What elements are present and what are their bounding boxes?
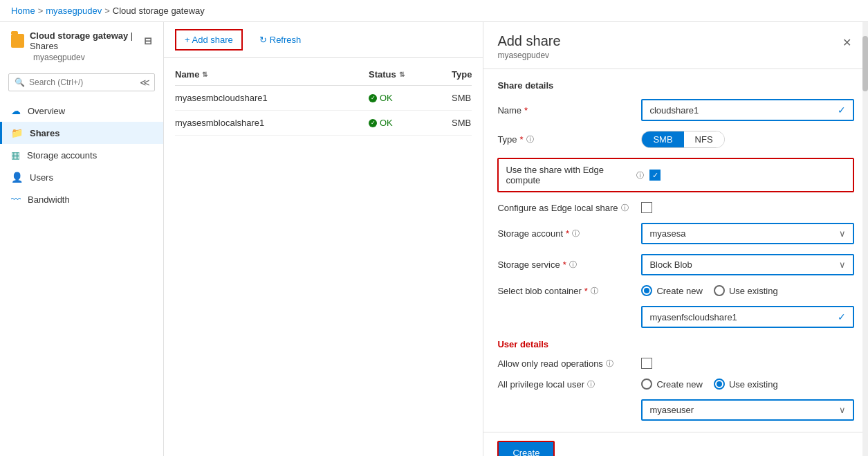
service-info-icon: ⓘ bbox=[569, 259, 577, 270]
create-button[interactable]: Create bbox=[497, 441, 555, 456]
blob-create-new-option[interactable]: Create new bbox=[641, 285, 702, 296]
type-toggle: SMB NFS bbox=[641, 131, 724, 148]
scrollbar-thumb[interactable] bbox=[862, 36, 868, 91]
allow-read-checkbox[interactable] bbox=[641, 358, 652, 369]
use-share-info-icon: ⓘ bbox=[636, 170, 644, 181]
add-share-button[interactable]: + Add share bbox=[175, 29, 243, 51]
sidebar-label-bandwidth: Bandwidth bbox=[28, 194, 70, 205]
privilege-create-new-option[interactable]: Create new bbox=[641, 379, 702, 390]
blob-value-row: myasenfscloudshare1 ✓ bbox=[641, 306, 854, 328]
configure-edge-checkbox[interactable] bbox=[641, 202, 652, 213]
storage-service-value: Block Blob bbox=[649, 259, 692, 270]
blob-use-existing-radio[interactable] bbox=[714, 285, 725, 296]
sidebar-search-container: 🔍 ≪ bbox=[8, 73, 155, 91]
type-field-row: Type * ⓘ SMB NFS bbox=[497, 131, 854, 148]
sidebar-item-users[interactable]: 👤 Users bbox=[0, 166, 163, 188]
privilege-info-icon: ⓘ bbox=[587, 379, 595, 390]
sidebar-label-storage: Storage accounts bbox=[27, 150, 97, 161]
search-input[interactable] bbox=[29, 77, 133, 87]
storage-service-dropdown[interactable]: Block Blob ∨ bbox=[641, 254, 854, 275]
storage-account-label: Storage account * ⓘ bbox=[497, 228, 636, 239]
breadcrumb-sep1: > bbox=[38, 6, 44, 16]
privilege-use-existing-radio[interactable] bbox=[714, 379, 725, 390]
refresh-button[interactable]: ↻ Refresh bbox=[251, 30, 310, 49]
type-label: Type * ⓘ bbox=[497, 134, 636, 145]
breadcrumb-home[interactable]: Home bbox=[11, 6, 35, 16]
panel-body: Share details Name * cloudshare1 ✓ Type bbox=[483, 69, 868, 432]
row2-status: ✓ OK bbox=[369, 118, 452, 128]
nfs-button[interactable]: NFS bbox=[684, 131, 724, 147]
blob-create-new-label: Create new bbox=[656, 286, 702, 296]
breadcrumb-resource[interactable]: myasegpudev bbox=[46, 6, 102, 16]
smb-button[interactable]: SMB bbox=[642, 131, 683, 147]
main-content: + Add share ↻ Refresh Name ⇅ Status ⇅ Ty… bbox=[164, 22, 483, 456]
sidebar-item-overview[interactable]: ☁ Overview bbox=[0, 100, 163, 122]
breadcrumb-sep2: > bbox=[104, 6, 110, 16]
toolbar: + Add share ↻ Refresh bbox=[164, 22, 483, 58]
name-check-icon: ✓ bbox=[838, 104, 846, 116]
refresh-icon: ↻ bbox=[259, 35, 267, 45]
storage-account-dropdown[interactable]: myasesa ∨ bbox=[641, 223, 854, 244]
bandwidth-icon: 〰 bbox=[11, 194, 21, 205]
service-dropdown-arrow-icon: ∨ bbox=[839, 259, 846, 270]
close-panel-button[interactable]: ✕ bbox=[840, 33, 854, 52]
table-row[interactable]: myasesmbcloudshare1 ✓ OK SMB bbox=[175, 86, 472, 111]
table-row[interactable]: myasesmblocalshare1 ✓ OK SMB bbox=[175, 111, 472, 136]
sidebar-item-shares[interactable]: 📁 Shares bbox=[0, 122, 163, 144]
privilege-create-new-label: Create new bbox=[656, 379, 702, 390]
privilege-use-existing-option[interactable]: Use existing bbox=[714, 379, 778, 390]
privilege-label: All privilege local user ⓘ bbox=[497, 379, 636, 390]
privilege-dropdown[interactable]: myaseuser ∨ bbox=[641, 399, 854, 421]
col-header-status: Status ⇅ bbox=[369, 69, 452, 80]
sidebar: Cloud storage gateway | Shares ⊟ myasegp… bbox=[0, 22, 164, 456]
storage-account-wrapper: myasesa ∨ bbox=[641, 223, 854, 244]
blob-create-new-radio-inner bbox=[644, 288, 649, 293]
privilege-use-existing-label: Use existing bbox=[729, 379, 778, 390]
panel-header: Add share myasegpudev ✕ bbox=[483, 22, 868, 69]
allow-read-label: Allow only read operations ⓘ bbox=[497, 358, 636, 369]
storage-required: * bbox=[566, 228, 569, 239]
use-share-checkbox[interactable]: ✓ bbox=[649, 170, 661, 181]
cloud-icon: ☁ bbox=[11, 105, 21, 116]
users-icon: 👤 bbox=[11, 172, 23, 183]
privilege-value: myaseuser bbox=[649, 405, 694, 415]
blob-container-input[interactable]: myasenfscloudshare1 ✓ bbox=[641, 306, 854, 328]
panel-footer: Create bbox=[483, 432, 868, 456]
privilege-create-new-radio[interactable] bbox=[641, 379, 652, 390]
row2-name: myasesmblocalshare1 bbox=[175, 118, 369, 128]
panel-title-group: Add share myasegpudev bbox=[497, 33, 560, 60]
name-value: cloudshare1 bbox=[649, 105, 699, 116]
name-required: * bbox=[524, 105, 528, 116]
blob-use-existing-label: Use existing bbox=[729, 286, 778, 296]
storage-icon: ▦ bbox=[11, 149, 20, 161]
sidebar-label-shares: Shares bbox=[30, 128, 59, 138]
storage-service-label: Storage service * ⓘ bbox=[497, 259, 636, 270]
blob-create-new-radio[interactable] bbox=[641, 285, 652, 296]
use-share-row: Use the share with Edge compute ⓘ ✓ bbox=[497, 158, 854, 192]
panel-title: Add share bbox=[497, 33, 560, 49]
name-input[interactable]: cloudshare1 ✓ bbox=[641, 99, 854, 121]
sort-status-icon[interactable]: ⇅ bbox=[399, 71, 405, 78]
storage-account-value: myasesa bbox=[649, 228, 685, 239]
storage-account-row: Storage account * ⓘ myasesa ∨ bbox=[497, 223, 854, 244]
share-details-section-title: Share details bbox=[497, 80, 854, 91]
search-icon: 🔍 bbox=[15, 77, 25, 87]
shares-table: Name ⇅ Status ⇅ Type myasesmbcloudshare1… bbox=[164, 58, 483, 141]
privilege-radio-group: Create new Use existing bbox=[641, 379, 777, 390]
row1-name: myasesmbcloudshare1 bbox=[175, 93, 369, 103]
blob-use-existing-option[interactable]: Use existing bbox=[714, 285, 778, 296]
privilege-dropdown-arrow-icon: ∨ bbox=[839, 405, 846, 415]
storage-info-icon: ⓘ bbox=[572, 228, 580, 239]
configure-edge-info-icon: ⓘ bbox=[621, 203, 629, 213]
sidebar-nav: ☁ Overview 📁 Shares ▦ Storage accounts 👤… bbox=[0, 97, 163, 213]
sort-name-icon[interactable]: ⇅ bbox=[202, 71, 207, 78]
collapse-icon[interactable]: ≪ bbox=[140, 77, 150, 88]
sidebar-label-overview: Overview bbox=[28, 106, 65, 116]
print-icon[interactable]: ⊟ bbox=[144, 35, 152, 46]
sidebar-item-bandwidth[interactable]: 〰 Bandwidth bbox=[0, 188, 163, 210]
row1-type: SMB bbox=[452, 93, 472, 103]
refresh-label: Refresh bbox=[270, 35, 302, 45]
sidebar-item-storage-accounts[interactable]: ▦ Storage accounts bbox=[0, 144, 163, 166]
panel-subtitle: myasegpudev bbox=[497, 51, 560, 60]
col-header-type: Type bbox=[452, 69, 472, 80]
